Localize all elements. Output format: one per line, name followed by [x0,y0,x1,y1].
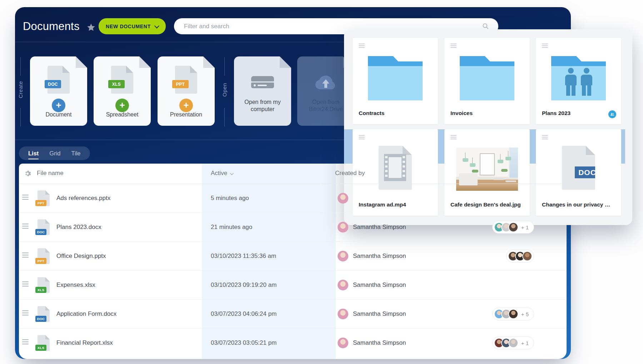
modified-date: 03/10/2023 09:19:20 am [211,281,276,289]
tile-fold-corner [203,56,215,68]
member-avatar [508,309,518,319]
table-row[interactable]: PPT Office Design.pptx 03/10/2023 11:35:… [19,242,567,271]
creator-avatar [338,193,348,204]
modified-date: 03/07/2023 04:06:24 pm [211,310,276,318]
card-menu-icon[interactable] [359,44,365,48]
favorite-star-icon[interactable] [86,23,96,32]
table-row[interactable]: DOC Plans 2023.docx 21 minutes ago Saman… [19,213,567,242]
card-label: Instagram ad.mp4 [359,201,430,208]
creator-avatar [338,222,348,233]
members-pill[interactable] [506,250,534,263]
card-label: Cafe design Ben's deal.jpg [450,201,522,208]
creator-name[interactable]: Samantha Simpson [353,224,406,231]
create-presentation-label: Presentation [158,111,215,118]
create-spreadsheet-label: Spreadsheet [94,111,151,118]
open-section-label: Open [221,83,228,97]
modified-date: 5 minutes ago [211,195,249,202]
file-name[interactable]: Plans 2023.docx [56,224,101,231]
table-row[interactable]: DOC Application Form.docx 03/07/2023 04:… [19,300,567,329]
file-type-badge: DOC [35,316,46,322]
file-name[interactable]: Application Form.docx [56,310,116,318]
drag-handle-icon[interactable] [22,310,29,316]
create-document-label: Document [30,111,87,118]
create-document-tile[interactable]: DOC + Document [30,56,87,126]
cloud-upload-icon [314,74,337,90]
open-line-top [224,57,225,76]
create-presentation-tile[interactable]: PPT + Presentation [158,56,215,126]
file-type-badge: PPT [35,200,46,206]
card-plans-2023[interactable]: Plans 2023 [536,38,621,124]
column-created-by[interactable]: Created by [335,170,365,177]
file-type-badge: XLS [35,345,46,351]
drag-handle-icon[interactable] [22,253,29,258]
card-invoices[interactable]: Invoices [444,38,530,124]
folder-icon [368,56,423,100]
card-label: Changes in our privacy polic... [542,201,613,208]
card-menu-icon[interactable] [359,135,365,140]
card-menu-icon[interactable] [450,135,457,140]
shared-folder-icon [551,56,606,100]
tile-fold-corner [280,56,291,68]
creator-name[interactable]: Samantha Simpson [353,339,406,346]
members-pill[interactable]: + 1 [492,221,534,234]
page-title: Documents [23,20,80,33]
table-row[interactable]: XLS Expenses.xlsx 03/10/2023 09:19:20 am… [19,271,567,300]
doc-file-icon [48,66,70,94]
new-document-button[interactable]: NEW DOCUMENT [99,18,166,34]
tile-fold-corner [139,56,151,68]
screenshot-stage: Documents NEW DOCUMENT Create DOC + Docu… [0,0,643,364]
add-document-icon: + [52,99,65,112]
open-from-computer-tile[interactable]: Open from mycomputer [234,56,291,126]
members-pill[interactable]: + 1 [492,336,534,349]
card-label: Contracts [359,110,430,116]
file-name[interactable]: Ads references.pptx [56,195,110,202]
folder-icon [460,56,514,100]
member-avatar [522,251,532,261]
card-menu-icon[interactable] [542,44,548,48]
extra-members-count: + 1 [521,224,529,230]
drag-handle-icon[interactable] [22,339,29,345]
card-label: Plans 2023 [542,110,606,116]
drag-handle-icon[interactable] [22,281,29,287]
add-spreadsheet-icon: + [115,99,129,112]
card-contracts[interactable]: Contracts [353,38,438,124]
tab-list[interactable]: List [28,150,39,157]
file-name[interactable]: Office Design.pptx [56,253,106,260]
chevron-down-icon [154,23,159,28]
file-type-badge: DOC [35,229,46,235]
ppt-file-icon [175,66,197,94]
extra-members-count: + 5 [521,311,529,317]
view-switcher: List Grid Tile [19,146,90,160]
create-section-label: Create [18,81,24,98]
file-name[interactable]: Financial Report.xlsx [56,339,113,346]
create-line-top [20,57,21,76]
doc-format-badge: DOC [575,166,600,178]
new-document-label: NEW DOCUMENT [106,24,151,29]
create-spreadsheet-tile[interactable]: XLS + Spreadsheet [94,56,151,126]
column-active[interactable]: Active [211,170,233,177]
modified-date: 03/07/2023 03:05:21 pm [211,339,276,346]
search-icon[interactable] [482,23,489,30]
tab-grid[interactable]: Grid [49,150,60,157]
doc-file-icon: DOC [562,146,595,190]
person-icon [580,68,593,96]
tile-fold-corner [76,56,87,68]
table-row[interactable]: XLS Financial Report.xlsx 03/07/2023 03:… [19,329,567,358]
gear-icon[interactable] [24,170,31,177]
tab-tile[interactable]: Tile [71,150,81,157]
member-avatar [508,338,518,348]
creator-name[interactable]: Samantha Simpson [353,253,406,260]
column-file-name[interactable]: File name [37,170,64,177]
xls-badge: XLS [108,80,125,88]
creator-avatar [338,280,348,290]
card-menu-icon[interactable] [542,135,548,140]
creator-name[interactable]: Samantha Simpson [353,281,406,289]
members-pill[interactable]: + 5 [492,308,534,320]
creator-name[interactable]: Samantha Simpson [353,310,406,318]
file-type-badge: XLS [35,287,46,293]
card-menu-icon[interactable] [450,44,457,48]
drag-handle-icon[interactable] [22,195,29,200]
file-name[interactable]: Expenses.xlsx [56,281,95,289]
creator-avatar [338,251,348,261]
drag-handle-icon[interactable] [22,224,29,229]
